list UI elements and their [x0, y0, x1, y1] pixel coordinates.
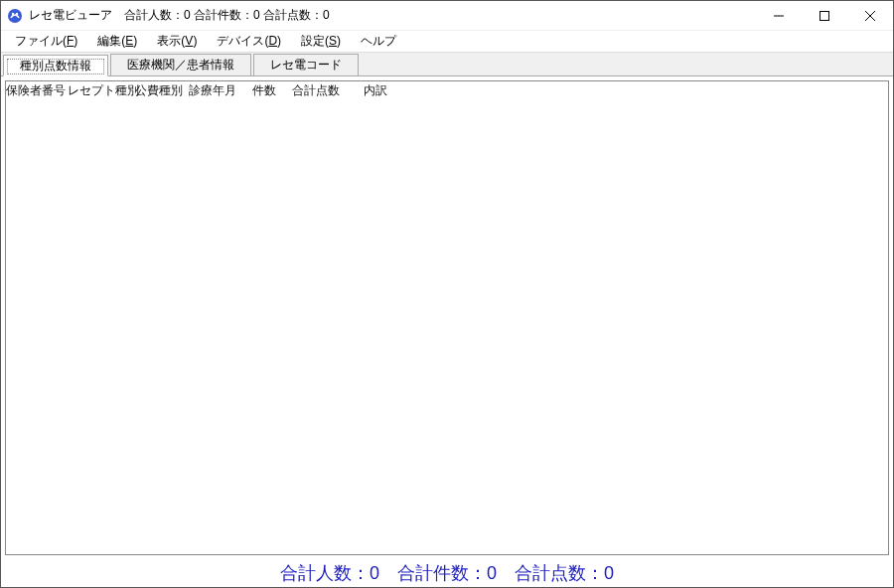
tab-receden-code[interactable]: レセ電コード	[253, 54, 359, 75]
col-total-points[interactable]: 合計点数	[286, 81, 346, 99]
status-total-count: 合計件数：0	[397, 561, 497, 585]
menu-file[interactable]: ファイル(F)	[5, 31, 87, 52]
menu-view[interactable]: 表示(V)	[147, 31, 207, 52]
menu-edit[interactable]: 編集(E)	[87, 31, 147, 52]
statusbar: 合計人数：0 合計件数：0 合計点数：0	[1, 559, 893, 587]
svg-rect-4	[820, 11, 829, 20]
svg-point-0	[8, 9, 22, 23]
col-insurer-number[interactable]: 保険者番号	[6, 81, 68, 99]
menu-help[interactable]: ヘルプ	[351, 31, 406, 52]
menu-device[interactable]: デバイス(D)	[207, 31, 291, 52]
content-area: 保険者番号 レセプト種別 公費種別 診療年月 件数 合計点数 内訳	[1, 76, 893, 559]
menubar: ファイル(F) 編集(E) 表示(V) デバイス(D) 設定(S) ヘルプ	[1, 31, 893, 53]
grid-body[interactable]	[6, 99, 888, 554]
titlebar: レセ電ビューア 合計人数：0 合計件数：0 合計点数：0	[1, 1, 893, 31]
status-total-points: 合計点数：0	[515, 561, 614, 585]
col-breakdown[interactable]: 内訳	[346, 81, 405, 99]
close-button[interactable]	[847, 1, 893, 30]
tab-institution-patient[interactable]: 医療機関／患者情報	[110, 54, 251, 75]
status-total-people: 合計人数：0	[280, 561, 379, 585]
menu-setting[interactable]: 設定(S)	[291, 31, 351, 52]
app-icon	[7, 8, 23, 24]
maximize-button[interactable]	[802, 1, 847, 30]
col-public-expense[interactable]: 公費種別	[135, 81, 189, 99]
tab-type-points[interactable]: 種別点数情報	[3, 55, 108, 76]
svg-point-1	[12, 12, 14, 14]
col-treatment-ym[interactable]: 診療年月	[189, 81, 242, 99]
data-grid[interactable]: 保険者番号 レセプト種別 公費種別 診療年月 件数 合計点数 内訳	[5, 80, 889, 555]
minimize-button[interactable]	[756, 1, 802, 30]
grid-header-row: 保険者番号 レセプト種別 公費種別 診療年月 件数 合計点数 内訳	[6, 81, 888, 99]
window-title: レセ電ビューア 合計人数：0 合計件数：0 合計点数：0	[29, 7, 330, 24]
col-count[interactable]: 件数	[242, 81, 286, 99]
tabstrip: 種別点数情報 医療機関／患者情報 レセ電コード	[1, 53, 893, 76]
svg-point-2	[16, 12, 18, 14]
window-controls	[756, 1, 893, 30]
col-receipt-type[interactable]: レセプト種別	[68, 81, 135, 99]
